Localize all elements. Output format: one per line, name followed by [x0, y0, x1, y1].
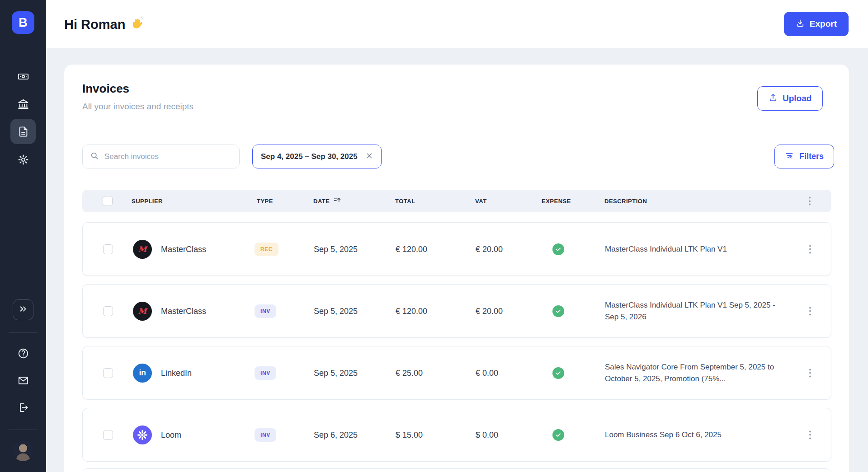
column-description: DESCRIPTION	[604, 198, 647, 205]
invoice-total: $ 15.00	[396, 430, 423, 439]
sort-icon[interactable]	[333, 196, 341, 206]
greeting-text: Hi Roman	[64, 17, 125, 32]
table-row[interactable]: M MasterClass REC Sep 5, 2025 € 120.00 €…	[82, 222, 831, 276]
table-header: SUPPLIER TYPE DATE TOTAL VAT EXPENSE DES…	[82, 190, 831, 212]
supplier-name: Loom	[161, 430, 181, 439]
sidebar-item-inbox[interactable]	[0, 374, 46, 387]
sidebar-item-help[interactable]	[0, 347, 46, 360]
sidebar-item-invoices[interactable]	[0, 126, 46, 138]
invoice-date: Sep 5, 2025	[314, 368, 358, 378]
wave-emoji	[131, 16, 144, 33]
search-invoices-box	[82, 145, 240, 168]
invoice-vat: $ 0.00	[476, 430, 498, 439]
gear-icon	[17, 154, 29, 166]
sidebar-divider	[9, 430, 38, 430]
bank-icon	[17, 98, 29, 110]
type-badge: INV	[255, 366, 276, 380]
type-badge: REC	[255, 243, 278, 256]
invoice-vat: € 0.00	[476, 368, 498, 378]
table-options-kebab[interactable]	[805, 195, 815, 207]
row-options-kebab[interactable]	[805, 243, 815, 255]
table-row[interactable]: Loom INV Sep 6, 2025 $ 15.00 $ 0.00 Loom…	[82, 408, 831, 462]
expense-paid-icon	[552, 243, 564, 255]
table-row-partial[interactable]	[82, 468, 831, 472]
row-checkbox[interactable]	[103, 430, 113, 440]
filters-button[interactable]: Filters	[774, 145, 834, 168]
row-options-kebab[interactable]	[805, 429, 815, 441]
upload-button[interactable]: Upload	[757, 86, 823, 111]
main-content: Invoices All your invoices and receipts …	[46, 48, 868, 472]
invoice-total: € 120.00	[396, 306, 427, 316]
invoice-vat: € 20.00	[476, 306, 503, 316]
sidebar-item-transactions[interactable]	[0, 70, 46, 83]
clear-date-filter-icon[interactable]	[366, 152, 373, 161]
document-icon	[17, 126, 29, 138]
app-logo[interactable]: B	[12, 11, 34, 34]
column-expense: EXPENSE	[542, 198, 571, 205]
page-greeting: Hi Roman	[64, 16, 144, 33]
type-badge: INV	[255, 428, 276, 442]
search-icon	[90, 151, 99, 162]
expense-paid-icon	[552, 367, 564, 379]
sidebar-item-logout[interactable]	[0, 402, 46, 414]
column-type: TYPE	[257, 198, 273, 205]
column-vat: VAT	[475, 198, 487, 205]
sidebar-divider	[9, 332, 38, 333]
invoice-date: Sep 6, 2025	[314, 430, 358, 439]
logout-icon	[17, 402, 29, 414]
invoice-description: MasterClass Individual LTK Plan V1	[605, 243, 786, 255]
date-range-filter-chip[interactable]: Sep 4, 2025 – Sep 30, 2025	[252, 145, 382, 168]
invoice-total: € 25.00	[396, 368, 423, 378]
supplier-name: MasterClass	[161, 244, 206, 254]
row-checkbox[interactable]	[103, 368, 113, 378]
invoice-vat: € 20.00	[476, 244, 503, 254]
invoice-description: Loom Business Sep 6 Oct 6, 2025	[605, 429, 786, 441]
supplier-name: MasterClass	[161, 306, 206, 316]
chevrons-right-icon	[18, 304, 28, 316]
row-options-kebab[interactable]	[805, 367, 815, 379]
upload-label: Upload	[783, 93, 811, 103]
invoice-description: MasterClass Individual LTK Plan V1 Sep 5…	[605, 299, 786, 323]
top-header: Hi Roman Export	[46, 0, 868, 48]
expense-paid-icon	[552, 429, 564, 441]
sidebar-item-settings[interactable]	[0, 154, 46, 166]
user-avatar[interactable]	[13, 440, 33, 461]
sidebar-expand-button[interactable]	[13, 299, 33, 320]
page-subtitle: All your invoices and receipts	[82, 102, 193, 112]
invoice-date: Sep 5, 2025	[314, 306, 358, 316]
upload-icon	[769, 93, 778, 104]
invoices-panel: Invoices All your invoices and receipts …	[64, 65, 849, 472]
column-supplier: SUPPLIER	[132, 198, 163, 205]
download-icon	[796, 19, 805, 30]
row-checkbox[interactable]	[103, 306, 113, 316]
linkedin-logo: in	[133, 364, 152, 383]
date-range-label: Sep 4, 2025 – Sep 30, 2025	[261, 152, 358, 161]
page-title: Invoices	[82, 82, 129, 96]
invoice-date: Sep 5, 2025	[314, 244, 358, 254]
type-badge: INV	[255, 304, 276, 318]
expense-paid-icon	[552, 305, 564, 317]
select-all-checkbox[interactable]	[103, 196, 113, 206]
table-row[interactable]: in LinkedIn INV Sep 5, 2025 € 25.00 € 0.…	[82, 346, 831, 400]
sidebar-item-bank[interactable]	[0, 98, 46, 110]
row-checkbox[interactable]	[103, 244, 113, 254]
masterclass-logo: M	[133, 240, 152, 259]
column-total: TOTAL	[395, 198, 415, 205]
help-circle-icon	[17, 347, 29, 360]
loom-logo	[133, 425, 152, 444]
mail-icon	[17, 374, 29, 387]
filters-label: Filters	[799, 152, 824, 161]
row-options-kebab[interactable]	[805, 305, 815, 317]
filter-clear-icon	[785, 151, 794, 163]
supplier-name: LinkedIn	[161, 368, 192, 378]
table-row[interactable]: M MasterClass INV Sep 5, 2025 € 120.00 €…	[82, 284, 831, 338]
banknote-icon	[17, 70, 29, 83]
column-date[interactable]: DATE	[313, 196, 341, 206]
export-button[interactable]: Export	[784, 12, 849, 36]
masterclass-logo: M	[133, 302, 152, 321]
sidebar: B	[0, 0, 46, 472]
invoice-total: € 120.00	[396, 244, 427, 254]
export-label: Export	[810, 19, 837, 29]
invoice-description: Sales Navigator Core From September 5, 2…	[605, 361, 786, 385]
search-input[interactable]	[104, 152, 232, 161]
